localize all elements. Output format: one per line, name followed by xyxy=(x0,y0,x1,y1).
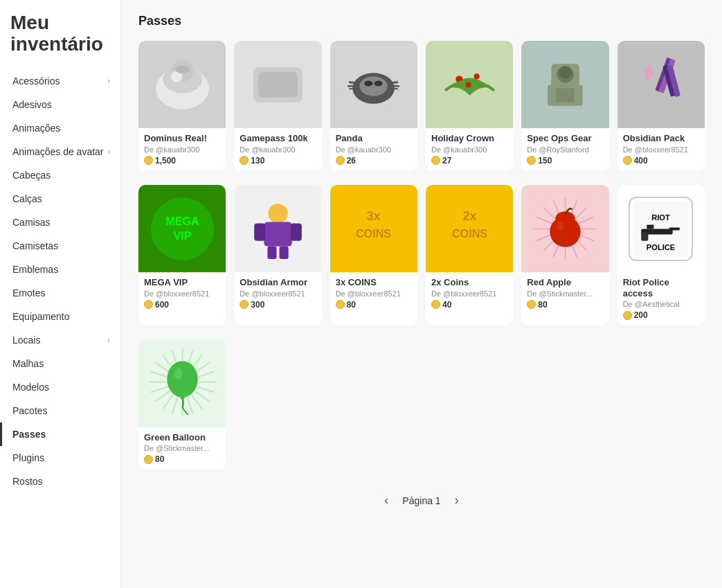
price-value: 130 xyxy=(251,156,264,166)
item-price: 400 xyxy=(623,156,699,166)
item-card-riot-police[interactable]: RIOT POLICE Riot Police accessDe @Aesthe… xyxy=(617,185,705,326)
svg-rect-36 xyxy=(254,223,265,240)
sidebar-item-rostos[interactable]: Rostos xyxy=(0,470,120,493)
next-page-button[interactable]: › xyxy=(449,490,464,510)
sidebar-item-label: Calças xyxy=(12,193,42,204)
prev-page-button[interactable]: ‹ xyxy=(379,490,394,510)
items-grid-row1: Dominus Real!De @kauabr3001,500 Gamepass… xyxy=(138,41,705,171)
sidebar-item-label: Cabeças xyxy=(12,170,51,181)
sidebar-item-label: Malhas xyxy=(12,358,44,369)
item-creator: De @kauabr300 xyxy=(240,145,316,154)
svg-text:MEGA: MEGA xyxy=(165,215,199,227)
sidebar-item-animacoes[interactable]: Animações xyxy=(0,116,120,140)
chevron-right-icon: › xyxy=(107,147,110,157)
item-card-panda[interactable]: PandaDe @kauabr30026 xyxy=(330,41,417,171)
item-creator: De @bloxxeer8521 xyxy=(623,145,699,154)
item-info: 3x COINSDe @bloxxeer852180 xyxy=(330,272,417,315)
coin-icon xyxy=(431,156,440,165)
svg-point-8 xyxy=(360,76,388,96)
sidebar-item-label: Camisetas xyxy=(12,240,58,251)
coin-icon xyxy=(336,300,345,309)
coin-icon xyxy=(431,300,440,309)
item-card-obsidian-armor[interactable]: Obsidian ArmorDe @bloxxeer8521300 xyxy=(234,185,321,326)
sidebar-item-malhas[interactable]: Malhas xyxy=(0,352,120,375)
item-card-specops[interactable]: Spec Ops GearDe @RoyStanford150 xyxy=(521,41,608,171)
price-value: 40 xyxy=(442,300,451,310)
price-value: 600 xyxy=(155,300,169,310)
price-value: 400 xyxy=(634,156,648,166)
svg-marker-30 xyxy=(644,64,654,81)
svg-point-15 xyxy=(365,80,373,86)
sidebar-item-label: Pacotes xyxy=(12,405,48,416)
item-info: Red AppleDe @Stickmaster...80 xyxy=(521,272,608,315)
coin-icon xyxy=(144,455,153,464)
sidebar-item-passes[interactable]: Passes xyxy=(0,422,120,446)
sidebar-item-adesivos[interactable]: Adesivos xyxy=(0,93,120,116)
svg-rect-37 xyxy=(291,223,302,240)
sidebar-item-equipamento[interactable]: Equipamento xyxy=(0,305,120,328)
items-grid-row3: Green BalloonDe @Stickmaster...80 xyxy=(138,339,705,470)
item-info: Gamepass 100kDe @kauabr300130 xyxy=(234,128,321,171)
sidebar-item-camisas[interactable]: Camisas xyxy=(0,211,120,234)
item-info: 2x CoinsDe @bloxxeer852140 xyxy=(426,272,513,315)
item-name: Dominus Real! xyxy=(144,133,220,144)
item-creator: De @kauabr300 xyxy=(144,145,220,154)
sidebar-item-locais[interactable]: Locais› xyxy=(0,328,120,352)
svg-rect-70 xyxy=(647,224,654,229)
sidebar-item-animacoes-avatar[interactable]: Animações de avatar› xyxy=(0,140,120,163)
item-card-2xcoins[interactable]: 2x COINS 2x CoinsDe @bloxxeer852140 xyxy=(426,185,513,326)
item-card-holiday[interactable]: Holiday CrownDe @kauabr30027 xyxy=(426,41,513,171)
item-card-green-balloon[interactable]: Green BalloonDe @Stickmaster...80 xyxy=(138,339,226,470)
sidebar-item-emotes[interactable]: Emotes xyxy=(0,281,120,305)
sidebar-item-label: Emblemas xyxy=(12,264,58,275)
sidebar-item-label: Passes xyxy=(12,429,46,440)
page-label: Página 1 xyxy=(402,495,440,506)
price-value: 1,500 xyxy=(155,156,176,166)
coin-icon xyxy=(336,156,345,165)
sidebar-item-acessorios[interactable]: Acessórios› xyxy=(0,69,120,93)
item-price: 150 xyxy=(527,156,603,166)
svg-point-97 xyxy=(180,395,184,400)
sidebar-item-pacotes[interactable]: Pacotes xyxy=(0,399,120,422)
sidebar-item-camisetas[interactable]: Camisetas xyxy=(0,234,120,258)
sidebar-item-emblemas[interactable]: Emblemas xyxy=(0,258,120,281)
item-thumbnail xyxy=(521,185,608,272)
svg-point-19 xyxy=(465,82,471,87)
sidebar-item-modelos[interactable]: Modelos xyxy=(0,375,120,399)
price-value: 27 xyxy=(442,156,451,166)
item-info: Obsidian ArmorDe @bloxxeer8521300 xyxy=(234,272,321,315)
svg-line-10 xyxy=(388,82,398,83)
item-thumbnail xyxy=(234,185,321,272)
item-price: 26 xyxy=(336,156,412,166)
item-card-obsidian-pack[interactable]: Obsidian PackDe @bloxxeer8521400 xyxy=(617,41,705,171)
svg-rect-72 xyxy=(669,227,680,230)
item-thumbnail: 2x COINS xyxy=(426,185,513,272)
item-card-mega-vip[interactable]: MEGA VIP MEGA VIPDe @bloxxeer8521600 xyxy=(138,185,226,326)
item-thumbnail xyxy=(426,41,513,128)
item-creator: De @Stickmaster... xyxy=(144,444,220,452)
item-name: Obsidian Pack xyxy=(623,133,699,144)
sidebar-item-label: Camisas xyxy=(12,217,50,228)
item-card-dominus[interactable]: Dominus Real!De @kauabr3001,500 xyxy=(138,41,226,171)
sidebar-item-calcas[interactable]: Calças xyxy=(0,187,120,211)
svg-rect-23 xyxy=(554,88,575,102)
svg-rect-25 xyxy=(575,84,583,105)
pagination: ‹ Página 1 › xyxy=(138,490,705,510)
sidebar-item-plugins[interactable]: Plugins xyxy=(0,446,120,470)
svg-rect-35 xyxy=(264,222,291,246)
svg-point-16 xyxy=(374,80,383,86)
coin-icon xyxy=(144,300,153,309)
svg-rect-38 xyxy=(267,246,276,258)
coin-icon xyxy=(240,300,249,309)
item-card-gamepass[interactable]: Gamepass 100kDe @kauabr300130 xyxy=(234,41,321,171)
item-card-red-apple[interactable]: Red AppleDe @Stickmaster...80 xyxy=(521,185,608,326)
item-thumbnail xyxy=(234,41,321,128)
item-creator: De @kauabr300 xyxy=(336,145,412,154)
item-price: 130 xyxy=(240,156,316,166)
price-value: 200 xyxy=(634,310,648,320)
item-info: Holiday CrownDe @kauabr30027 xyxy=(426,128,513,171)
sidebar-item-label: Rostos xyxy=(12,476,43,487)
item-thumbnail xyxy=(617,41,705,128)
item-card-3xcoins[interactable]: 3x COINS 3x COINSDe @bloxxeer852180 xyxy=(330,185,417,326)
sidebar-item-cabecas[interactable]: Cabeças xyxy=(0,163,120,187)
